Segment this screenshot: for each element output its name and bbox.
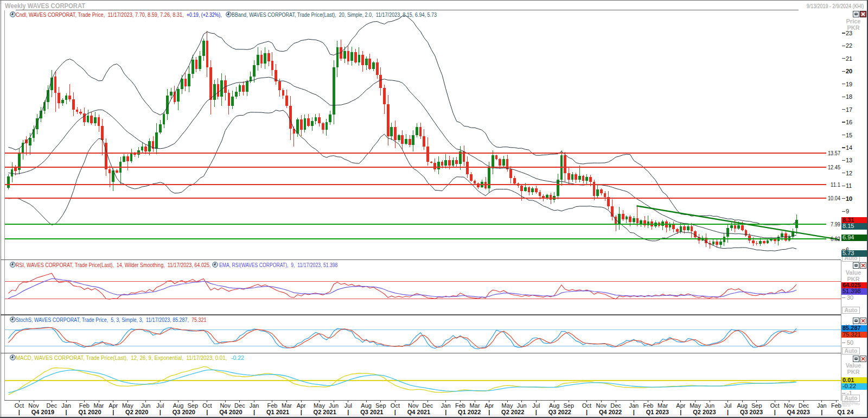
svg-text:Mar: Mar bbox=[470, 402, 480, 409]
svg-text:Jan: Jan bbox=[61, 402, 71, 409]
svg-text:Apr: Apr bbox=[676, 402, 685, 409]
svg-text:|: | bbox=[112, 409, 114, 415]
svg-text:|: | bbox=[445, 409, 446, 415]
svg-text:Q2 2021: Q2 2021 bbox=[314, 409, 336, 415]
svg-text:Aug: Aug bbox=[549, 402, 560, 409]
svg-text:Dec: Dec bbox=[47, 402, 58, 409]
svg-text:16: 16 bbox=[846, 119, 852, 125]
svg-text:|: | bbox=[680, 409, 681, 415]
svg-text:Nov: Nov bbox=[28, 402, 39, 409]
svg-text:Q4 2022: Q4 2022 bbox=[599, 409, 622, 415]
svg-text:17: 17 bbox=[846, 106, 852, 113]
svg-text:Dec: Dec bbox=[234, 402, 245, 409]
svg-text:Mar: Mar bbox=[658, 402, 668, 409]
svg-text:14: 14 bbox=[846, 144, 852, 151]
svg-text:|: | bbox=[301, 409, 302, 415]
svg-text:12: 12 bbox=[846, 170, 852, 176]
svg-text:8.15: 8.15 bbox=[843, 223, 854, 229]
svg-text:Jul: Jul bbox=[156, 402, 164, 409]
svg-text:Q1 2022: Q1 2022 bbox=[458, 409, 481, 415]
svg-text:Apr: Apr bbox=[108, 402, 118, 409]
svg-text:21: 21 bbox=[846, 55, 852, 62]
svg-text:Feb: Feb bbox=[455, 402, 465, 409]
svg-text:May: May bbox=[502, 402, 513, 409]
svg-text:6.94: 6.94 bbox=[843, 234, 854, 240]
svg-text:Jan: Jan bbox=[629, 402, 639, 409]
svg-text:|: | bbox=[394, 409, 396, 415]
svg-text:Oct: Oct bbox=[202, 402, 212, 409]
svg-text:Oct: Oct bbox=[582, 402, 591, 409]
svg-text:9: 9 bbox=[846, 208, 849, 214]
svg-text:Sep: Sep bbox=[564, 402, 575, 409]
svg-text:Mar: Mar bbox=[94, 402, 104, 409]
svg-text:64.025: 64.025 bbox=[843, 282, 861, 288]
svg-text:|: | bbox=[774, 409, 776, 415]
svg-text:|: | bbox=[488, 409, 490, 415]
svg-text:Sep: Sep bbox=[751, 402, 762, 409]
svg-text:Q3 2022: Q3 2022 bbox=[548, 409, 571, 415]
svg-text:Aug: Aug bbox=[173, 402, 184, 409]
svg-text:Q3 2020: Q3 2020 bbox=[173, 409, 195, 415]
svg-text:7.99: 7.99 bbox=[831, 221, 840, 227]
svg-text:85.287: 85.287 bbox=[843, 325, 861, 331]
svg-text:|: | bbox=[65, 409, 67, 415]
svg-text:Dec: Dec bbox=[423, 402, 433, 409]
svg-text:|: | bbox=[18, 409, 20, 415]
svg-text:Oct: Oct bbox=[15, 402, 24, 409]
svg-text:Q1 2023: Q1 2023 bbox=[646, 409, 669, 415]
svg-text:11: 11 bbox=[846, 182, 852, 189]
svg-text:Q2 2022: Q2 2022 bbox=[501, 409, 524, 415]
svg-text:Aug: Aug bbox=[361, 402, 372, 409]
svg-text:Q1 24: Q1 24 bbox=[837, 409, 854, 415]
svg-text:|: | bbox=[633, 409, 635, 415]
svg-text:Feb: Feb bbox=[643, 402, 653, 409]
svg-text:Dec: Dec bbox=[799, 402, 809, 409]
svg-text:10: 10 bbox=[846, 195, 852, 202]
svg-text:Jun: Jun bbox=[329, 402, 339, 409]
svg-text:|: | bbox=[159, 409, 161, 415]
svg-text:Nov: Nov bbox=[784, 402, 795, 409]
svg-text:Oct: Oct bbox=[391, 402, 400, 409]
svg-text:Aug: Aug bbox=[737, 402, 748, 409]
svg-text:Jul: Jul bbox=[724, 402, 731, 409]
svg-text:Q2 2020: Q2 2020 bbox=[125, 409, 148, 415]
svg-text:May: May bbox=[122, 402, 133, 409]
svg-text:15: 15 bbox=[846, 132, 852, 138]
svg-text:Q4 2023: Q4 2023 bbox=[787, 409, 810, 415]
svg-text:12.45: 12.45 bbox=[828, 164, 840, 170]
svg-text:Sep: Sep bbox=[188, 402, 199, 409]
svg-text:19: 19 bbox=[846, 81, 852, 87]
svg-text:75.321: 75.321 bbox=[843, 331, 861, 338]
svg-text:Q4 2021: Q4 2021 bbox=[407, 409, 430, 415]
svg-text:18: 18 bbox=[846, 93, 852, 100]
svg-text:13: 13 bbox=[846, 157, 852, 163]
svg-text:6.82: 6.82 bbox=[831, 236, 840, 242]
svg-text:Feb: Feb bbox=[267, 402, 277, 409]
svg-text:Dec: Dec bbox=[610, 402, 621, 409]
svg-text:Apr: Apr bbox=[484, 402, 494, 409]
svg-text:11.1: 11.1 bbox=[831, 181, 840, 188]
svg-text:Nov: Nov bbox=[596, 402, 607, 409]
svg-text:13.57: 13.57 bbox=[828, 150, 840, 156]
svg-text:20: 20 bbox=[846, 68, 852, 74]
svg-text:Q4 2019: Q4 2019 bbox=[31, 409, 54, 415]
svg-text:51.398: 51.398 bbox=[843, 288, 861, 294]
svg-text:Oct: Oct bbox=[770, 402, 780, 409]
svg-text:Nov: Nov bbox=[220, 402, 231, 409]
svg-text:Jul: Jul bbox=[344, 402, 352, 409]
svg-text:Mar: Mar bbox=[282, 402, 292, 409]
svg-text:Jun: Jun bbox=[705, 402, 714, 409]
svg-text:|: | bbox=[253, 409, 255, 415]
svg-text:Q1 2020: Q1 2020 bbox=[78, 409, 101, 415]
svg-text:Jul: Jul bbox=[532, 402, 540, 409]
svg-text:Nov: Nov bbox=[408, 402, 419, 409]
svg-text:Sep: Sep bbox=[375, 402, 386, 409]
svg-text:-0.22: -0.22 bbox=[843, 383, 856, 389]
svg-text:|: | bbox=[727, 409, 729, 415]
svg-text:22: 22 bbox=[846, 42, 852, 49]
svg-text:|: | bbox=[347, 409, 349, 415]
svg-text:Jan: Jan bbox=[250, 402, 259, 409]
svg-text:Jun: Jun bbox=[517, 402, 527, 409]
svg-text:10.04: 10.04 bbox=[828, 195, 840, 201]
svg-text:|: | bbox=[206, 409, 208, 415]
